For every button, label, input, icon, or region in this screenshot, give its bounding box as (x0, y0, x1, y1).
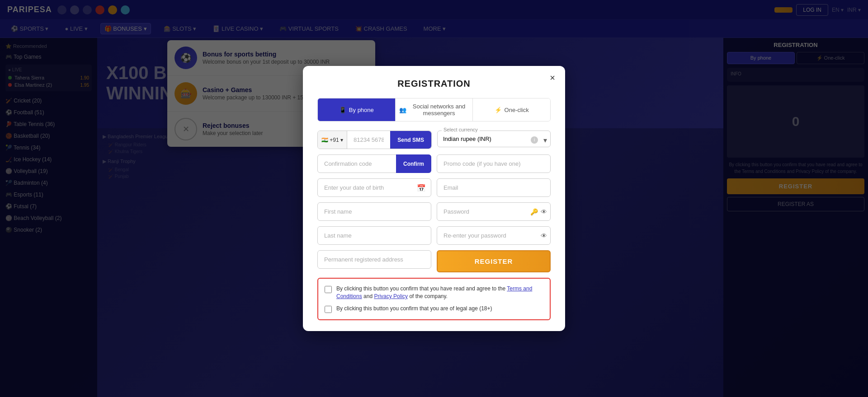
firstname-group (317, 202, 431, 221)
password-key-icon[interactable]: 🔑 (530, 208, 538, 215)
dob-email-row: 📅 (317, 178, 551, 197)
address-group (317, 250, 431, 272)
phone-currency-row: 🇮🇳 +91 ▾ Send SMS Select currency Indian… (317, 131, 551, 149)
age-label: By clicking this button you confirm that… (336, 305, 492, 313)
currency-label: Select currency (442, 127, 480, 132)
confirmation-promo-row: Confirm (317, 154, 551, 173)
repassword-eye-icon[interactable]: 👁 (541, 232, 547, 239)
terms-checkbox[interactable] (325, 286, 332, 293)
firstname-input[interactable] (317, 202, 431, 221)
phone-group: 🇮🇳 +91 ▾ Send SMS (317, 131, 432, 149)
terms-text-before: By clicking this button you confirm that… (336, 285, 507, 292)
social-tab-label: Social networks and messengers (409, 103, 469, 117)
confirmation-group: Confirm (317, 154, 431, 173)
reenter-password-input[interactable] (437, 226, 551, 245)
terms-label: By clicking this button you confirm that… (336, 285, 543, 300)
register-btn-group: REGISTER (437, 250, 551, 272)
age-checkbox[interactable] (325, 306, 332, 313)
tab-by-phone[interactable]: 📱 By phone (318, 98, 396, 121)
name-password-row: 🔑 👁 (317, 202, 551, 221)
tab-one-click[interactable]: ⚡ One-click (473, 98, 550, 121)
promo-code-input[interactable] (437, 154, 551, 173)
lastname-group (317, 226, 431, 245)
lastname-input[interactable] (317, 226, 431, 245)
terms-and: and (362, 293, 374, 299)
phone-tab-label: By phone (349, 107, 374, 113)
phone-tab-icon: 📱 (339, 107, 346, 113)
password-icons: 🔑 👁 (530, 208, 547, 215)
confirm-button[interactable]: Confirm (396, 154, 431, 173)
terms-checkbox-row: By clicking this button you confirm that… (325, 285, 543, 300)
promo-group (437, 154, 551, 173)
currency-info-icon[interactable]: i (531, 136, 538, 144)
send-sms-button[interactable]: Send SMS (390, 131, 431, 149)
password-group: 🔑 👁 (437, 202, 551, 221)
email-group (437, 178, 551, 197)
social-tab-icon: 👥 (399, 107, 406, 113)
tab-social[interactable]: 👥 Social networks and messengers (396, 98, 473, 121)
currency-group: Select currency Indian rupee (INR) i ▾ (437, 131, 551, 149)
terms-text-after: of the company. (408, 293, 448, 299)
oneclick-tab-icon: ⚡ (495, 107, 502, 113)
registration-modal: × REGISTRATION 📱 By phone 👥 Social netwo… (303, 66, 565, 331)
lastname-repassword-row: 👁 (317, 226, 551, 245)
address-register-row: REGISTER (317, 250, 551, 272)
modal-close-button[interactable]: × (546, 71, 559, 84)
modal-title: REGISTRATION (317, 79, 551, 89)
checkboxes-section: By clicking this button you confirm that… (317, 278, 551, 320)
oneclick-tab-label: One-click (505, 107, 529, 113)
phone-number-input[interactable] (347, 131, 390, 149)
calendar-icon[interactable]: 📅 (417, 183, 426, 192)
age-checkbox-row: By clicking this button you confirm that… (325, 305, 543, 313)
modal-overlay: × REGISTRATION 📱 By phone 👥 Social netwo… (0, 0, 868, 397)
privacy-link[interactable]: Privacy Policy (374, 293, 408, 299)
country-flag-selector[interactable]: 🇮🇳 +91 ▾ (318, 131, 347, 149)
register-button[interactable]: REGISTER (437, 250, 551, 272)
date-of-birth-input[interactable] (317, 178, 431, 197)
address-input[interactable] (317, 250, 431, 269)
repassword-group: 👁 (437, 226, 551, 245)
repassword-icons: 👁 (541, 232, 547, 239)
password-eye-icon[interactable]: 👁 (541, 208, 547, 215)
dob-group: 📅 (317, 178, 431, 197)
registration-tab-group: 📱 By phone 👥 Social networks and messeng… (317, 98, 551, 121)
email-input[interactable] (437, 178, 551, 197)
